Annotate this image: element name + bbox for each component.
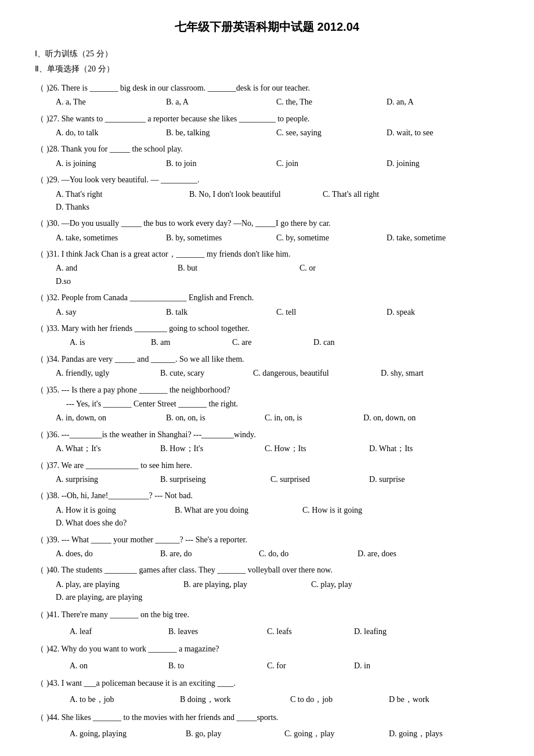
q27-paren: （ xyxy=(35,113,45,125)
q44-opt-b: B. go, play xyxy=(186,728,279,740)
q32-opt-b: B. talk xyxy=(166,306,270,319)
q41-opt-b: B. leaves xyxy=(168,625,261,638)
q37-opt-d: D. surprise xyxy=(369,473,474,486)
question-30: （ )30. —Do you usually _____ the bus to … xyxy=(35,217,499,244)
q32-opt-d: D. speak xyxy=(387,306,491,319)
q26-opt-a: A. a, The xyxy=(56,96,160,109)
q39-paren: （ xyxy=(35,534,45,546)
q28-opt-a: A. is joining xyxy=(56,157,160,170)
question-32: （ )32. People from Canada ______________… xyxy=(35,291,499,319)
question-44: （ )44. She likes _______ to the movies w… xyxy=(35,711,499,741)
question-39: （ )39. --- What _____ your mother ______… xyxy=(35,534,499,561)
q27-opt-b: B. be, talking xyxy=(166,127,270,139)
q29-paren: （ xyxy=(35,174,45,186)
q41-text: )41. There're many _______ on the big tr… xyxy=(46,609,499,621)
q42-paren: （ xyxy=(35,643,45,656)
question-26: （ )26. There is _______ big desk in our … xyxy=(35,82,499,109)
q38-opt-c: C. How is it going xyxy=(302,504,416,517)
section-label-2: Ⅱ、单项选择（20 分） xyxy=(35,64,114,73)
page-title: 七年级下册英语科期中试题 2012.04 xyxy=(35,17,499,36)
q29-text: )29. —You look very beautiful. — _______… xyxy=(46,174,499,186)
q35-text2: --- Yes, it's _______ Center Street ____… xyxy=(66,398,499,411)
q34-opt-d: D. shy, smart xyxy=(381,367,485,380)
question-43: （ )43. I want ___a policeman because it … xyxy=(35,677,499,707)
q41-opt-c: C. leafs xyxy=(267,625,348,638)
q42-opt-c: C. for xyxy=(267,660,348,672)
q42-text: )42. Why do you want to work _______ a m… xyxy=(46,643,499,656)
q35-opt-b: B. on, on, is xyxy=(166,412,259,424)
q39-text: )39. --- What _____ your mother ______? … xyxy=(46,534,499,546)
q37-opt-a: A. surprising xyxy=(56,473,154,486)
q37-paren: （ xyxy=(35,459,45,472)
q43-opt-d: D be，work xyxy=(389,693,493,706)
q40-text: )40. The students ________ games after c… xyxy=(46,564,499,577)
q33-opt-c: C. are xyxy=(232,336,308,349)
q31-text: )31. I think Jack Chan is a great actor，… xyxy=(46,248,499,261)
q42-opt-a: A. on xyxy=(70,660,163,672)
q27-opt-a: A. do, to talk xyxy=(56,127,160,139)
q43-text: )43. I want ___a policeman because it is… xyxy=(46,677,499,690)
question-37: （ )37. We are _____________ to see him h… xyxy=(35,459,499,487)
q36-paren: （ xyxy=(35,429,45,441)
q37-opt-b: B. surpriseing xyxy=(160,473,265,486)
q27-opt-d: D. wait, to see xyxy=(387,127,491,139)
q42-opt-d: D. in xyxy=(354,660,459,672)
q44-opt-c: C. going，play xyxy=(284,728,383,740)
q30-opt-d: D. take, sometime xyxy=(387,232,491,244)
question-42: （ )42. Why do you want to work _______ a… xyxy=(35,643,499,672)
q40-opt-c: C. play, play xyxy=(311,578,398,591)
q28-text: )28. Thank you for _____ the school play… xyxy=(46,143,499,156)
q34-opt-b: B. cute, scary xyxy=(160,367,247,380)
q34-paren: （ xyxy=(35,353,45,366)
q38-opt-b: B. What are you doing xyxy=(175,504,297,517)
q31-opt-c: C. or xyxy=(300,262,387,275)
question-35: （ )35. --- Is there a pay phone _______ … xyxy=(35,384,499,425)
q33-opt-b: B. am xyxy=(151,336,226,349)
q34-opt-c: C. dangerous, beautiful xyxy=(253,367,375,380)
q36-opt-c: C. How；Its xyxy=(265,442,363,455)
q38-opt-d: D. What does she do? xyxy=(56,517,160,530)
q27-opt-c: C. see, saying xyxy=(276,127,381,139)
q32-paren: （ xyxy=(35,291,45,304)
question-34: （ )34. Pandas are very _____ and ______.… xyxy=(35,353,499,380)
q37-opt-c: C. surprised xyxy=(270,473,363,486)
q41-opt-d: D. leafing xyxy=(354,625,459,638)
q43-paren: （ xyxy=(35,677,45,690)
section-label-1: Ⅰ、听力训练（25 分） xyxy=(35,49,113,58)
q39-opt-a: A. does, do xyxy=(56,548,154,560)
q26-opt-c: C. the, The xyxy=(276,96,381,109)
q35-opt-c: C. in, on, is xyxy=(265,412,358,424)
question-40: （ )40. The students ________ games after… xyxy=(35,564,499,604)
q36-text: )36. ---________is the weather in Shangh… xyxy=(46,429,499,441)
section-2: Ⅱ、单项选择（20 分） xyxy=(35,63,499,75)
q32-opt-a: A. say xyxy=(56,306,160,319)
page-number: 1 xyxy=(35,753,499,756)
q43-opt-b: B doing，work xyxy=(180,693,284,706)
q44-paren: （ xyxy=(35,711,45,724)
q40-paren: （ xyxy=(35,564,45,577)
question-31: （ )31. I think Jack Chan is a great acto… xyxy=(35,248,499,288)
question-38: （ )38. --Oh, hi, Jane!__________? --- No… xyxy=(35,489,499,530)
q30-paren: （ xyxy=(35,217,45,230)
section-1: Ⅰ、听力训练（25 分） xyxy=(35,48,499,60)
question-27: （ )27. She wants to __________ a reporte… xyxy=(35,113,499,140)
q35-text1: )35. --- Is there a pay phone _______ th… xyxy=(46,384,499,397)
q32-opt-c: C. tell xyxy=(276,306,381,319)
q28-opt-b: B. to join xyxy=(166,157,270,170)
q44-opt-d: D. going，plays xyxy=(389,728,493,740)
q27-text: )27. She wants to __________ a reporter … xyxy=(46,113,499,125)
question-36: （ )36. ---________is the weather in Shan… xyxy=(35,429,499,456)
q39-opt-b: B. are, do xyxy=(160,548,253,560)
q33-text: )33. Mary with her friends ________ goin… xyxy=(46,322,499,335)
q44-opt-a: A. going, playing xyxy=(70,728,180,740)
q43-opt-a: A. to be，job xyxy=(70,693,174,706)
q39-opt-c: C. do, do xyxy=(259,548,352,560)
q35-opt-d: D. on, down, on xyxy=(363,412,468,424)
q29-opt-a: A. That's right xyxy=(56,188,183,201)
q33-opt-a: A. is xyxy=(70,336,145,349)
q40-opt-b: B. are playing, play xyxy=(183,578,305,591)
q36-opt-a: A. What；It's xyxy=(56,442,154,455)
q26-opt-b: B. a, A xyxy=(166,96,270,109)
question-29: （ )29. —You look very beautiful. — _____… xyxy=(35,174,499,214)
q30-opt-c: C. by, sometime xyxy=(276,232,381,244)
